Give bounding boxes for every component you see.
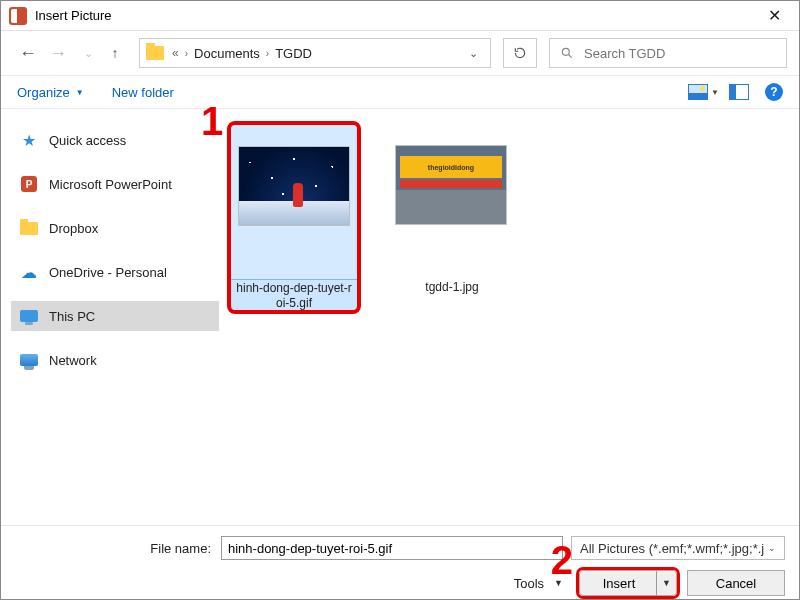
close-icon[interactable]: ✕ <box>758 6 791 25</box>
sidebar-item-quick-access[interactable]: ★ Quick access <box>11 125 219 155</box>
caret-down-icon: ▼ <box>711 88 719 97</box>
sidebar-item-label: Dropbox <box>49 221 98 236</box>
sidebar-item-network[interactable]: Network <box>11 345 219 375</box>
sidebar-item-dropbox[interactable]: Dropbox <box>11 213 219 243</box>
svg-line-1 <box>569 55 572 58</box>
search-icon <box>560 46 574 60</box>
powerpoint-app-icon <box>9 7 27 25</box>
thumbnail-image: thegioididong <box>395 145 507 225</box>
chevron-right-icon: › <box>185 48 188 59</box>
file-list-area[interactable]: 1 hinh-dong-dep-tuyet-roi-5.gif thegioid… <box>219 109 799 525</box>
address-bar[interactable]: « › Documents › TGDD ⌄ <box>139 38 491 68</box>
cancel-button-label: Cancel <box>716 576 756 591</box>
thumbnail-image <box>238 146 350 226</box>
network-icon <box>19 351 39 369</box>
nav-address-row: ← → ⌄ ↑ « › Documents › TGDD ⌄ <box>1 31 799 75</box>
footer-buttons-row: Tools ▼ 2 Insert ▼ Cancel <box>15 570 785 596</box>
breadcrumb-tgdd[interactable]: TGDD <box>275 46 312 61</box>
pc-icon <box>19 307 39 325</box>
navigation-sidebar: ★ Quick access P Microsoft PowerPoint Dr… <box>1 109 219 525</box>
filename-input[interactable] <box>228 541 556 556</box>
nav-back-icon[interactable]: ← <box>15 43 41 64</box>
organize-menu[interactable]: Organize ▼ <box>17 85 84 100</box>
search-box[interactable] <box>549 38 787 68</box>
sidebar-item-label: OneDrive - Personal <box>49 265 167 280</box>
filename-label: File name: <box>15 541 221 556</box>
file-thumbnail <box>230 124 358 279</box>
filter-label: All Pictures (*.emf;*.wmf;*.jpg;*.j <box>580 541 764 556</box>
tools-label: Tools <box>514 576 544 591</box>
insert-button[interactable]: Insert ▼ <box>579 570 677 596</box>
toolbar-right: ▼ ? <box>688 83 783 101</box>
cancel-button[interactable]: Cancel <box>687 570 785 596</box>
nav-forward-icon[interactable]: → <box>45 43 71 64</box>
address-dropdown-icon[interactable]: ⌄ <box>463 47 484 60</box>
insert-dropdown-icon[interactable]: ▼ <box>656 571 676 595</box>
tools-menu[interactable]: Tools ▼ <box>514 576 563 591</box>
powerpoint-icon: P <box>19 175 39 193</box>
folder-icon <box>19 219 39 237</box>
insert-picture-dialog: Insert Picture ✕ ← → ⌄ ↑ « › Documents ›… <box>0 0 800 600</box>
sidebar-item-label: Network <box>49 353 97 368</box>
star-icon: ★ <box>19 131 39 149</box>
caret-down-icon: ⌄ <box>768 543 776 553</box>
search-input[interactable] <box>584 46 776 61</box>
dialog-footer: File name: All Pictures (*.emf;*.wmf;*.j… <box>1 525 799 599</box>
preview-pane-button[interactable] <box>729 84 749 100</box>
chevron-right-icon: › <box>266 48 269 59</box>
caret-down-icon: ▼ <box>554 578 563 588</box>
sidebar-item-label: This PC <box>49 309 95 324</box>
sidebar-item-onedrive[interactable]: ☁ OneDrive - Personal <box>11 257 219 287</box>
help-icon[interactable]: ? <box>765 83 783 101</box>
picture-view-icon <box>688 84 708 100</box>
filename-field-wrapper[interactable] <box>221 536 563 560</box>
view-thumbnails-button[interactable]: ▼ <box>688 84 719 100</box>
cloud-icon: ☁ <box>19 263 39 281</box>
refresh-icon <box>513 46 527 60</box>
banner-text: thegioididong <box>400 156 502 178</box>
dialog-body: ★ Quick access P Microsoft PowerPoint Dr… <box>1 109 799 525</box>
titlebar: Insert Picture ✕ <box>1 1 799 31</box>
file-type-filter[interactable]: All Pictures (*.emf;*.wmf;*.jpg;*.j ⌄ <box>571 536 785 560</box>
organize-label: Organize <box>17 85 70 100</box>
file-label: hinh-dong-dep-tuyet-roi-5.gif <box>230 281 358 311</box>
recent-locations-dropdown[interactable]: ⌄ <box>75 47 101 60</box>
insert-button-label: Insert <box>603 576 654 591</box>
folder-icon <box>146 46 164 60</box>
nav-up-icon[interactable]: ↑ <box>105 45 125 61</box>
new-folder-button[interactable]: New folder <box>112 85 174 100</box>
breadcrumb-documents[interactable]: Documents <box>194 46 260 61</box>
caret-down-icon: ▼ <box>76 88 84 97</box>
sidebar-item-label: Quick access <box>49 133 126 148</box>
sidebar-item-this-pc[interactable]: This PC <box>11 301 219 331</box>
sidebar-item-powerpoint[interactable]: P Microsoft PowerPoint <box>11 169 219 199</box>
file-item-selected[interactable]: hinh-dong-dep-tuyet-roi-5.gif <box>229 123 359 312</box>
svg-point-0 <box>562 48 569 55</box>
breadcrumb-root-chevron[interactable]: « <box>172 46 179 60</box>
file-label: tgdd-1.jpg <box>387 280 517 295</box>
dialog-title: Insert Picture <box>35 8 112 23</box>
file-thumbnail: thegioididong <box>387 123 515 278</box>
refresh-button[interactable] <box>503 38 537 68</box>
preview-pane-icon <box>729 84 749 100</box>
file-item[interactable]: thegioididong tgdd-1.jpg <box>387 123 517 295</box>
filename-row: File name: All Pictures (*.emf;*.wmf;*.j… <box>15 536 785 560</box>
sidebar-item-label: Microsoft PowerPoint <box>49 177 172 192</box>
dialog-toolbar: Organize ▼ New folder ▼ ? <box>1 75 799 109</box>
